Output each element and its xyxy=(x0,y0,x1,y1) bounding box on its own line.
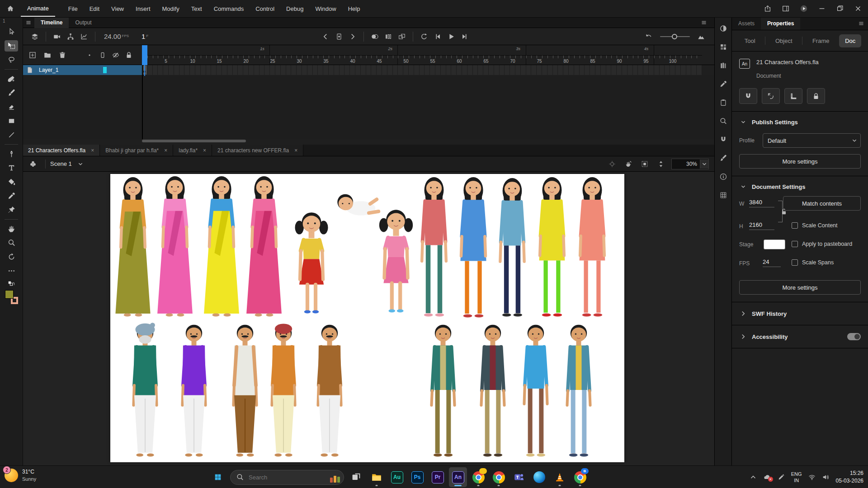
selection-tool[interactable] xyxy=(5,26,18,38)
pen-tray-icon[interactable] xyxy=(777,473,785,481)
checkbox-icon[interactable] xyxy=(792,222,798,229)
step-forward-icon[interactable] xyxy=(458,30,472,43)
zoom-level-select[interactable]: 30% xyxy=(671,159,709,169)
menu-modify[interactable]: Modify xyxy=(156,5,185,12)
delete-layer-icon[interactable] xyxy=(56,49,68,61)
playhead[interactable] xyxy=(142,45,147,65)
lock-column-icon[interactable] xyxy=(123,49,135,61)
snap-magnet-icon[interactable] xyxy=(739,88,757,104)
height-field[interactable]: 2160 xyxy=(749,221,774,230)
character-girl-yellow-top-red-skirt[interactable] xyxy=(295,212,328,313)
rectangle-tool[interactable] xyxy=(5,115,18,127)
volume-icon[interactable] xyxy=(822,473,830,481)
center-stage-icon[interactable] xyxy=(606,159,618,169)
character-man-dark-jacket-maroon[interactable] xyxy=(481,325,504,457)
clock[interactable]: 15:26 05-03-2026 xyxy=(836,469,863,485)
close-tab-icon[interactable]: × xyxy=(164,147,167,154)
stage-color-swatch[interactable] xyxy=(764,239,785,249)
character-woman-blue-kurti-orange-leggings[interactable] xyxy=(460,177,486,318)
library-panel-icon[interactable] xyxy=(717,60,729,71)
rulers-icon[interactable] xyxy=(784,88,802,104)
zoom-stepper[interactable] xyxy=(655,159,667,169)
doc-tab-3[interactable]: lady.fla*× xyxy=(173,145,212,156)
subtab-tool[interactable]: Tool xyxy=(739,34,761,47)
character-man-brown-kurta-white-dhoti[interactable] xyxy=(318,325,341,457)
wifi-icon[interactable] xyxy=(808,473,816,481)
taskbar-file-explorer[interactable] xyxy=(368,467,386,487)
character-man-purple-kurta-dhoti[interactable] xyxy=(182,325,205,457)
taskbar-task-view[interactable] xyxy=(347,467,365,487)
taskbar-adobe-premiere[interactable]: Pr xyxy=(429,467,447,487)
taskbar-chrome-profile-1[interactable] xyxy=(469,467,487,487)
character-woman-pink-saree[interactable] xyxy=(157,176,193,317)
frame-rate-display[interactable]: 24.00FPS 1F xyxy=(104,33,148,40)
character-woman-rose-saree[interactable] xyxy=(246,176,282,317)
layer-name[interactable]: Layer_1 xyxy=(39,67,58,73)
close-tab-icon[interactable]: × xyxy=(91,147,94,154)
menu-file[interactable]: File xyxy=(62,5,84,12)
taskbar-microsoft-edge[interactable] xyxy=(530,467,548,487)
taskbar-adobe-audition[interactable]: Au xyxy=(388,467,406,487)
lock-guides-icon[interactable] xyxy=(807,88,825,104)
color-picker-icon[interactable] xyxy=(717,78,729,90)
workspace-icon[interactable] xyxy=(778,2,794,15)
grid-panel-icon[interactable] xyxy=(717,189,729,201)
center-frame-icon[interactable] xyxy=(332,30,346,43)
tab-assets[interactable]: Assets xyxy=(732,17,761,30)
menu-view[interactable]: View xyxy=(105,5,130,12)
taskbar-search[interactable] xyxy=(230,470,344,485)
layer-parenting-icon[interactable] xyxy=(64,30,77,43)
scene-name[interactable]: Scene 1 xyxy=(50,160,72,167)
fill-color-swatch[interactable] xyxy=(5,290,14,299)
next-frame-icon[interactable] xyxy=(346,30,359,43)
weather-widget[interactable]: 2 31°C Sunny xyxy=(5,469,36,482)
taskbar-microsoft-teams[interactable] xyxy=(510,467,528,487)
home-icon[interactable] xyxy=(0,0,21,17)
hand-tool[interactable] xyxy=(5,223,18,235)
taskbar-adobe-photoshop[interactable]: Ps xyxy=(408,467,426,487)
swap-colors-icon[interactable] xyxy=(7,280,15,288)
stage-canvas[interactable] xyxy=(110,174,624,462)
character-woman-yellow-saree[interactable] xyxy=(204,176,239,317)
scale-spans-checkbox[interactable]: Scale Spans xyxy=(792,259,834,266)
fluid-brush-tool[interactable] xyxy=(5,73,18,84)
layer-depth-icon[interactable] xyxy=(77,30,91,43)
close-tab-icon[interactable]: × xyxy=(294,147,297,154)
edit-multiple-frames-icon[interactable] xyxy=(395,30,409,43)
zoom-tool[interactable] xyxy=(5,237,18,249)
fps-value[interactable]: 24.00 xyxy=(104,33,121,40)
frame-size-icon[interactable] xyxy=(694,30,708,43)
eyedropper-tool[interactable] xyxy=(5,190,18,202)
eraser-tool[interactable] xyxy=(5,101,18,113)
character-woman-peach-kurta[interactable] xyxy=(580,177,605,317)
info-panel-icon[interactable] xyxy=(717,171,729,183)
lasso-tool[interactable] xyxy=(5,54,18,66)
character-baby[interactable] xyxy=(337,194,378,216)
text-tool[interactable] xyxy=(5,162,18,174)
layers-icon[interactable] xyxy=(28,30,42,43)
asset-warp-tool[interactable] xyxy=(5,204,18,216)
timeline-ruler[interactable]: 1s2s3s4s51015202530354045505560657075808… xyxy=(142,45,702,65)
width-field[interactable]: 3840 xyxy=(749,199,774,207)
step-back-icon[interactable] xyxy=(431,30,444,43)
menu-commands[interactable]: Commands xyxy=(208,5,250,12)
accessibility-toggle[interactable] xyxy=(847,333,861,340)
subtab-frame[interactable]: Frame xyxy=(807,34,835,47)
character-man-hoodie-jeans[interactable] xyxy=(567,325,590,457)
character-girl-pink-dress[interactable] xyxy=(379,210,413,312)
character-woman-olive-saree[interactable] xyxy=(115,177,150,317)
close-button[interactable] xyxy=(850,2,866,15)
previous-frame-icon[interactable] xyxy=(319,30,332,43)
new-layer-icon[interactable] xyxy=(26,49,38,61)
match-contents-button[interactable]: Match contents xyxy=(783,196,861,211)
reset-timeline-zoom-icon[interactable] xyxy=(642,30,656,43)
menu-edit[interactable]: Edit xyxy=(84,5,105,12)
clip-to-stage-icon[interactable] xyxy=(639,159,651,169)
properties-menu-icon[interactable] xyxy=(858,20,864,27)
timeline-tab-timeline[interactable]: Timeline xyxy=(34,17,69,28)
subtab-object[interactable]: Object xyxy=(769,34,798,47)
swatches-panel-icon[interactable] xyxy=(717,41,729,53)
rotate-stage-icon[interactable] xyxy=(623,159,634,169)
doc-tab-4[interactable]: 21 characters new OFFER.fla× xyxy=(212,145,303,156)
frames-row[interactable] xyxy=(142,65,702,75)
